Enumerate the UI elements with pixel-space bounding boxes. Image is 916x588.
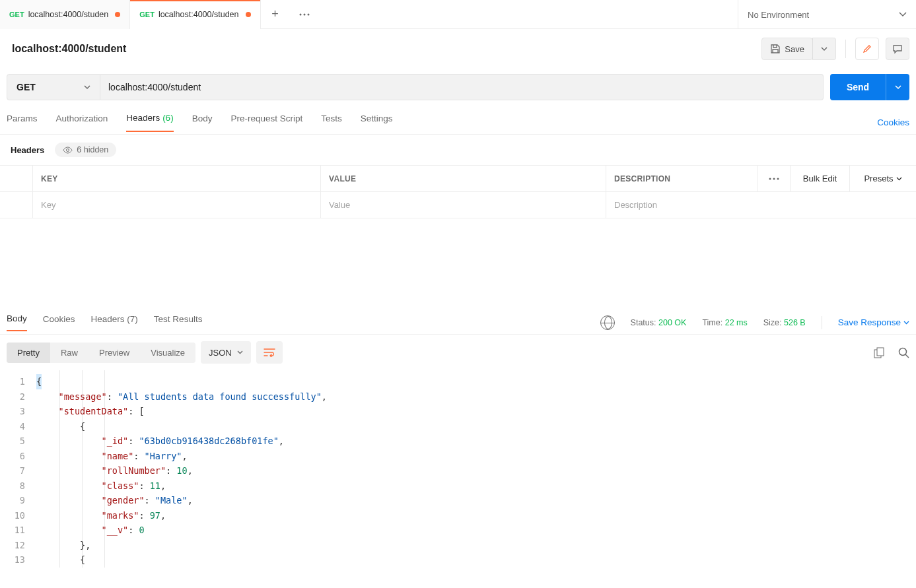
view-preview[interactable]: Preview (88, 343, 140, 363)
table-more-button[interactable] (757, 166, 791, 191)
method-selector[interactable]: GET (7, 74, 100, 100)
environment-selector[interactable]: No Environment (738, 0, 916, 29)
tab-overflow-button[interactable] (290, 0, 319, 28)
svg-point-3 (67, 148, 69, 151)
copy-icon (874, 347, 885, 358)
tab-headers-count: (6) (162, 113, 174, 123)
send-dropdown-button[interactable] (886, 74, 909, 100)
search-icon (898, 347, 909, 358)
svg-point-5 (773, 178, 775, 180)
request-title: localhost:4000/student (7, 43, 126, 55)
response-tab-bar: Body Cookies Headers (7) Test Results St… (0, 311, 916, 335)
response-time: Time: 22 ms (702, 318, 747, 327)
code-line: 2 "message": "All students data found su… (7, 389, 909, 405)
tab-test-results[interactable]: Test Results (154, 314, 203, 331)
col-key: KEY (33, 166, 321, 191)
wrap-icon (264, 348, 275, 357)
tab-response-headers[interactable]: Headers (7) (91, 314, 138, 331)
table-header-row: KEY VALUE DESCRIPTION Bulk Edit Presets (0, 166, 916, 192)
comment-button[interactable] (886, 38, 909, 60)
url-row: GET localhost:4000/student Send (0, 69, 916, 100)
tab-prerequest[interactable]: Pre-request Script (230, 114, 302, 131)
row-checkbox[interactable] (0, 192, 33, 218)
svg-rect-8 (877, 348, 884, 356)
tab-settings[interactable]: Settings (361, 114, 393, 131)
presets-label: Presets (864, 174, 893, 183)
tab-headers-label: Headers (126, 113, 160, 123)
environment-label: No Environment (748, 10, 809, 20)
network-info-icon[interactable] (600, 315, 615, 330)
pencil-icon (862, 44, 872, 54)
tab-params[interactable]: Params (7, 114, 38, 131)
tab-request-0[interactable]: GET localhost:4000/studen (0, 0, 130, 29)
send-button[interactable]: Send (830, 74, 909, 100)
url-input[interactable]: localhost:4000/student (100, 74, 824, 100)
bulk-edit-button[interactable]: Bulk Edit (791, 166, 850, 191)
svg-point-6 (777, 178, 779, 180)
tab-bar: GET localhost:4000/studen GET localhost:… (0, 0, 916, 29)
save-icon (770, 44, 781, 54)
tab-body[interactable]: Body (192, 114, 213, 131)
chevron-down-icon (237, 350, 243, 354)
view-raw[interactable]: Raw (50, 343, 88, 363)
edit-button[interactable] (855, 38, 879, 60)
headers-title: Headers (11, 145, 44, 155)
chevron-down-icon (84, 85, 90, 90)
chevron-down-icon (899, 12, 907, 17)
save-button[interactable]: Save (761, 38, 813, 60)
eye-icon (63, 147, 73, 154)
tab-headers[interactable]: Headers (6) (126, 113, 173, 132)
code-line: 8 "class": 11, (7, 478, 909, 494)
table-row[interactable]: Key Value Description (0, 192, 916, 218)
hidden-headers-toggle[interactable]: 6 hidden (55, 143, 116, 157)
response-size: Size: 526 B (763, 318, 806, 327)
save-dropdown-button[interactable] (812, 38, 836, 60)
new-tab-button[interactable]: + (261, 0, 290, 28)
format-selector[interactable]: JSON (201, 341, 251, 364)
unsaved-dot-icon (246, 12, 251, 17)
response-body-viewer[interactable]: 1{2 "message": "All students data found … (0, 370, 916, 568)
chevron-down-icon (903, 321, 909, 325)
response-status: Status: 200 OK (631, 318, 687, 327)
tab-request-1[interactable]: GET localhost:4000/studen (130, 0, 260, 29)
value-input[interactable]: Value (321, 192, 606, 218)
code-line: 13 { (7, 552, 909, 568)
tab-title: localhost:4000/studen (28, 10, 109, 19)
code-line: 3 "studentData": [ (7, 404, 909, 419)
comment-icon (892, 44, 903, 54)
svg-point-4 (769, 178, 771, 180)
send-label: Send (830, 82, 886, 92)
url-value: localhost:4000/student (108, 82, 201, 92)
view-visualize[interactable]: Visualize (140, 343, 195, 363)
tab-tests[interactable]: Tests (321, 114, 342, 131)
col-description: DESCRIPTION (606, 166, 757, 191)
headers-table: KEY VALUE DESCRIPTION Bulk Edit Presets … (0, 165, 916, 218)
description-input[interactable]: Description (606, 192, 757, 218)
tab-method: GET (9, 11, 24, 18)
divider (845, 40, 846, 58)
unsaved-dot-icon (115, 12, 120, 17)
wrap-lines-button[interactable] (256, 341, 283, 364)
chevron-down-icon (896, 177, 902, 181)
code-line: 5 "_id": "63bd0cb916438dc268bf01fe", (7, 434, 909, 449)
search-response-button[interactable] (898, 347, 909, 358)
chevron-down-icon (895, 85, 901, 90)
cookies-link[interactable]: Cookies (877, 117, 909, 127)
save-label: Save (785, 44, 804, 54)
tab-authorization[interactable]: Authorization (56, 114, 108, 131)
copy-response-button[interactable] (874, 347, 885, 358)
code-line: 9 "gender": "Male", (7, 493, 909, 508)
tab-method: GET (139, 11, 155, 18)
chevron-down-icon (821, 47, 828, 51)
code-line: 1{ (7, 374, 909, 389)
code-line: 6 "name": "Harry", (7, 449, 909, 464)
key-input[interactable]: Key (33, 192, 321, 218)
checkbox-column (0, 166, 33, 191)
tab-response-cookies[interactable]: Cookies (43, 314, 75, 331)
tab-response-body[interactable]: Body (7, 313, 27, 331)
save-response-button[interactable]: Save Response (838, 317, 909, 327)
view-pretty[interactable]: Pretty (7, 343, 50, 363)
svg-point-0 (299, 13, 301, 15)
method-value: GET (17, 82, 36, 92)
presets-button[interactable]: Presets (850, 166, 916, 191)
